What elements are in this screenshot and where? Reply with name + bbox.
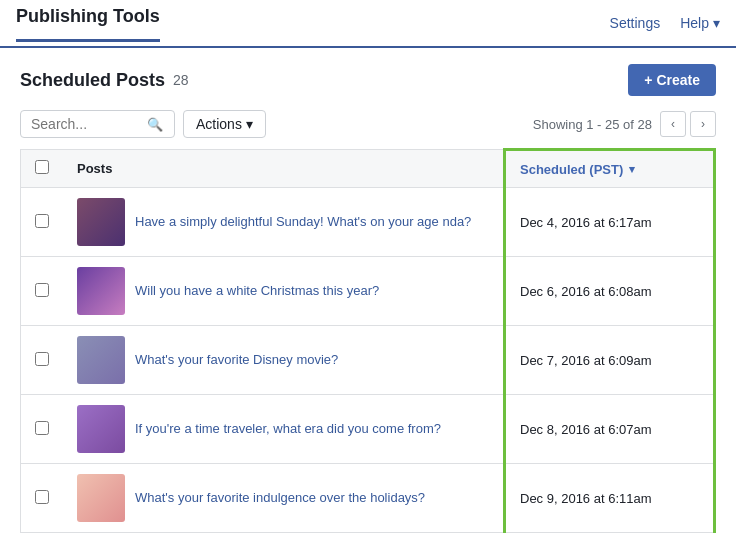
showing-text: Showing 1 - 25 of 28 xyxy=(533,117,652,132)
prev-page-button[interactable]: ‹ xyxy=(660,111,686,137)
post-text[interactable]: What's your favorite indulgence over the… xyxy=(135,489,425,507)
settings-link[interactable]: Settings xyxy=(610,15,661,31)
search-icon: 🔍 xyxy=(147,117,163,132)
scheduled-date: Dec 9, 2016 at 6:11am xyxy=(520,491,652,506)
table-row: Will you have a white Christmas this yea… xyxy=(21,257,715,326)
next-page-button[interactable]: › xyxy=(690,111,716,137)
post-thumbnail xyxy=(77,198,125,246)
toolbar-left: 🔍 Actions ▾ xyxy=(20,110,266,138)
scheduled-date: Dec 8, 2016 at 6:07am xyxy=(520,422,652,437)
table-row: If you're a time traveler, what era did … xyxy=(21,395,715,464)
post-count: 28 xyxy=(173,72,189,88)
scheduled-date: Dec 4, 2016 at 6:17am xyxy=(520,215,652,230)
post-cell: If you're a time traveler, what era did … xyxy=(63,395,505,464)
scheduled-dropdown-icon: ▾ xyxy=(629,163,635,176)
page-title-text: Scheduled Posts xyxy=(20,70,165,91)
header-row: Scheduled Posts 28 + Create xyxy=(20,64,716,96)
post-text[interactable]: Will you have a white Christmas this yea… xyxy=(135,282,379,300)
help-dropdown[interactable]: Help ▾ xyxy=(680,15,720,31)
top-nav: Publishing Tools Settings Help ▾ xyxy=(0,0,736,48)
date-cell: Dec 6, 2016 at 6:08am xyxy=(505,257,715,326)
row-checkbox[interactable] xyxy=(35,490,49,504)
nav-right: Settings Help ▾ xyxy=(610,15,720,31)
select-all-checkbox[interactable] xyxy=(35,160,49,174)
table-row: What's your favorite Disney movie? Dec 7… xyxy=(21,326,715,395)
scheduled-date: Dec 6, 2016 at 6:08am xyxy=(520,284,652,299)
post-cell: Have a simply delightful Sunday! What's … xyxy=(63,188,505,257)
date-cell: Dec 8, 2016 at 6:07am xyxy=(505,395,715,464)
post-cell: Will you have a white Christmas this yea… xyxy=(63,257,505,326)
toolbar-right: Showing 1 - 25 of 28 ‹ › xyxy=(533,111,716,137)
date-cell: Dec 7, 2016 at 6:09am xyxy=(505,326,715,395)
row-checkbox[interactable] xyxy=(35,352,49,366)
main-content: Scheduled Posts 28 + Create 🔍 Actions ▾ … xyxy=(0,48,736,533)
select-all-header xyxy=(21,150,64,188)
table-row: What's your favorite indulgence over the… xyxy=(21,464,715,533)
app-title: Publishing Tools xyxy=(16,6,160,42)
toolbar-row: 🔍 Actions ▾ Showing 1 - 25 of 28 ‹ › xyxy=(20,110,716,138)
table-row: Have a simply delightful Sunday! What's … xyxy=(21,188,715,257)
search-box: 🔍 xyxy=(20,110,175,138)
row-checkbox-cell xyxy=(21,326,64,395)
post-thumbnail xyxy=(77,336,125,384)
help-chevron-icon: ▾ xyxy=(713,15,720,31)
row-checkbox-cell xyxy=(21,464,64,533)
create-button[interactable]: + Create xyxy=(628,64,716,96)
row-checkbox[interactable] xyxy=(35,283,49,297)
post-cell: What's your favorite indulgence over the… xyxy=(63,464,505,533)
date-cell: Dec 9, 2016 at 6:11am xyxy=(505,464,715,533)
search-input[interactable] xyxy=(31,116,141,132)
row-checkbox-cell xyxy=(21,257,64,326)
actions-label: Actions xyxy=(196,116,242,132)
scheduled-col-label: Scheduled (PST) xyxy=(520,162,623,177)
row-checkbox-cell xyxy=(21,395,64,464)
post-text[interactable]: What's your favorite Disney movie? xyxy=(135,351,338,369)
actions-button[interactable]: Actions ▾ xyxy=(183,110,266,138)
pagination-arrows: ‹ › xyxy=(660,111,716,137)
post-thumbnail xyxy=(77,267,125,315)
row-checkbox[interactable] xyxy=(35,214,49,228)
row-checkbox[interactable] xyxy=(35,421,49,435)
page-title: Scheduled Posts 28 xyxy=(20,70,189,91)
post-cell: What's your favorite Disney movie? xyxy=(63,326,505,395)
actions-chevron-icon: ▾ xyxy=(246,116,253,132)
help-label: Help xyxy=(680,15,709,31)
posts-col-header: Posts xyxy=(63,150,505,188)
scheduled-date: Dec 7, 2016 at 6:09am xyxy=(520,353,652,368)
post-thumbnail xyxy=(77,474,125,522)
scheduled-col-header[interactable]: Scheduled (PST) ▾ xyxy=(505,150,715,188)
post-thumbnail xyxy=(77,405,125,453)
post-text[interactable]: Have a simply delightful Sunday! What's … xyxy=(135,213,471,231)
row-checkbox-cell xyxy=(21,188,64,257)
date-cell: Dec 4, 2016 at 6:17am xyxy=(505,188,715,257)
posts-table: Posts Scheduled (PST) ▾ Have a simply d xyxy=(20,148,716,533)
post-text[interactable]: If you're a time traveler, what era did … xyxy=(135,420,441,438)
